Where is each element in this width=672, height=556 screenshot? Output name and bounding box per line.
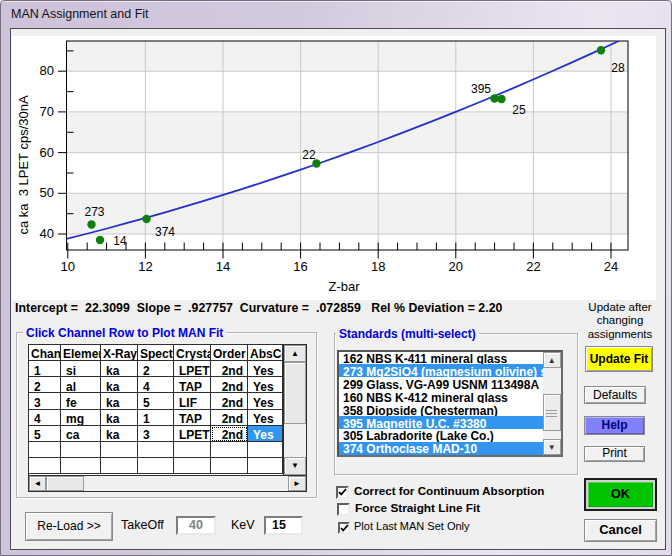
svg-text:25: 25 — [512, 103, 526, 117]
svg-text:14: 14 — [113, 234, 127, 248]
svg-text:14: 14 — [216, 259, 230, 274]
svg-text:395: 395 — [471, 82, 491, 96]
svg-text:24: 24 — [604, 259, 618, 274]
svg-text:ca ka 3 LPET cps/30nA: ca ka 3 LPET cps/30nA — [16, 95, 31, 235]
svg-text:20: 20 — [449, 259, 463, 274]
svg-text:16: 16 — [293, 259, 307, 274]
svg-text:10: 10 — [61, 259, 75, 274]
svg-text:22: 22 — [302, 148, 316, 162]
svg-text:18: 18 — [371, 259, 385, 274]
svg-text:Z-bar: Z-bar — [328, 279, 360, 294]
svg-text:12: 12 — [138, 259, 152, 274]
svg-text:50: 50 — [40, 185, 54, 200]
svg-text:22: 22 — [526, 259, 540, 274]
svg-text:273: 273 — [84, 205, 104, 219]
svg-text:60: 60 — [40, 145, 54, 160]
svg-text:40: 40 — [40, 226, 54, 241]
svg-text:374: 374 — [155, 225, 175, 239]
svg-text:70: 70 — [40, 104, 54, 119]
svg-text:28: 28 — [611, 61, 625, 75]
svg-text:80: 80 — [40, 63, 54, 78]
